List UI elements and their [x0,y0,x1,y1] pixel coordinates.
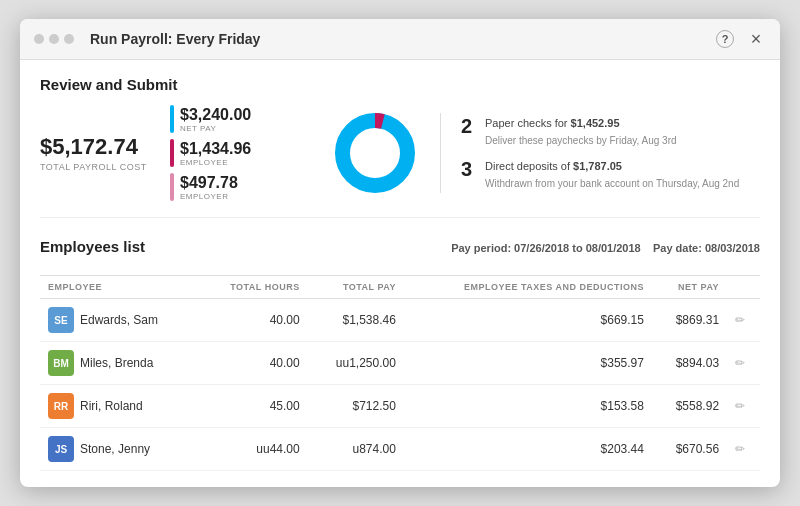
employee-pay-item: $1,434.96 EMPLOYEE [170,139,310,167]
employer-label: EMPLOYER [180,192,238,201]
window-title: Run Payroll: Every Friday [90,31,260,47]
col-net: NET PAY [652,276,727,299]
edit-icon-1[interactable]: ✏ [735,356,745,370]
svg-point-2 [353,131,398,176]
content-area: Review and Submit $5,172.74 TOTAL PAYROL… [20,60,780,487]
col-taxes: EMPLOYEE TAXES AND DEDUCTIONS [404,276,652,299]
table-header-row: EMPLOYEE TOTAL HOURS TOTAL PAY EMPLOYEE … [40,276,760,299]
employee-cell-3: JS Stone, Jenny [40,428,199,471]
table-row: JS Stone, Jenny uu44.00 u874.00 $203.44 … [40,428,760,471]
taxes-cell-0: $669.15 [404,299,652,342]
pay-cell-0: $1,538.46 [308,299,404,342]
edit-cell-0[interactable]: ✏ [727,299,760,342]
traffic-light-min [49,34,59,44]
pay-cell-1: uu1,250.00 [308,342,404,385]
employee-cell-2: RR Riri, Roland [40,385,199,428]
section-title-employees: Employees list [40,238,145,255]
avatar-2: RR [48,393,74,419]
help-button[interactable]: ? [716,30,734,48]
check-details-0: Paper checks for $1,452.95 Deliver these… [485,115,677,148]
employee-name-0: Edwards, Sam [80,313,158,327]
hours-cell-3: uu44.00 [199,428,307,471]
net-pay-item: $3,240.00 NET PAY [170,105,310,133]
total-cost-value: $5,172.74 [40,134,150,160]
table-row: BM Miles, Brenda 40.00 uu1,250.00 $355.9… [40,342,760,385]
avatar-3: JS [48,436,74,462]
employee-name-3: Stone, Jenny [80,442,150,456]
employees-table-wrap: EMPLOYEE TOTAL HOURS TOTAL PAY EMPLOYEE … [40,275,760,471]
pay-period-label: Pay period: [451,242,511,254]
net-pay-bar [170,105,174,133]
employee-value: $1,434.96 [180,140,251,158]
edit-icon-3[interactable]: ✏ [735,442,745,456]
section-title-review: Review and Submit [40,76,760,93]
main-window: Run Payroll: Every Friday ? × Review and… [20,19,780,487]
edit-cell-3[interactable]: ✏ [727,428,760,471]
taxes-cell-2: $153.58 [404,385,652,428]
net-pay-cell-1: $894.03 [652,342,727,385]
net-pay-cell-2: $558.92 [652,385,727,428]
net-pay-cell-3: $670.56 [652,428,727,471]
total-cost-block: $5,172.74 TOTAL PAYROLL COST [40,134,150,172]
check-sub-0: Deliver these paychecks by Friday, Aug 3… [485,135,677,146]
employer-pay-item: $497.78 EMPLOYER [170,173,310,201]
employees-table: EMPLOYEE TOTAL HOURS TOTAL PAY EMPLOYEE … [40,276,760,471]
employee-name-2: Riri, Roland [80,399,143,413]
traffic-lights [34,34,74,44]
check-amount-1: $1,787.05 [573,160,622,172]
net-pay-cell-0: $869.31 [652,299,727,342]
donut-chart [330,108,420,198]
pay-cell-2: $712.50 [308,385,404,428]
close-button[interactable]: × [746,29,766,49]
checks-section: 2 Paper checks for $1,452.95 Deliver the… [461,115,760,191]
title-bar: Run Payroll: Every Friday ? × [20,19,780,60]
edit-icon-2[interactable]: ✏ [735,399,745,413]
traffic-light-max [64,34,74,44]
table-row: SE Edwards, Sam 40.00 $1,538.46 $669.15 … [40,299,760,342]
total-cost-label: TOTAL PAYROLL COST [40,162,150,172]
hours-cell-1: 40.00 [199,342,307,385]
check-details-1: Direct deposits of $1,787.05 Withdrawn f… [485,158,739,191]
employees-section: Employees list Pay period: 07/26/2018 to… [40,238,760,471]
check-count-0: 2 [461,115,477,138]
pay-date-value: 08/03/2018 [705,242,760,254]
pay-period-value: 07/26/2018 to 08/01/2018 [514,242,641,254]
hours-cell-0: 40.00 [199,299,307,342]
edit-cell-1[interactable]: ✏ [727,342,760,385]
employer-value: $497.78 [180,174,238,192]
employee-bar [170,139,174,167]
col-employee: EMPLOYEE [40,276,199,299]
check-amount-0: $1,452.95 [571,117,620,129]
check-item-1: 3 Direct deposits of $1,787.05 Withdrawn… [461,158,760,191]
col-edit [727,276,760,299]
taxes-cell-1: $355.97 [404,342,652,385]
title-bar-left: Run Payroll: Every Friday [34,31,260,47]
pay-date-label: Pay date: [653,242,702,254]
net-pay-value: $3,240.00 [180,106,251,124]
edit-cell-2[interactable]: ✏ [727,385,760,428]
traffic-light-close [34,34,44,44]
col-hours: TOTAL HOURS [199,276,307,299]
taxes-cell-3: $203.44 [404,428,652,471]
avatar-1: BM [48,350,74,376]
title-bar-right: ? × [716,29,766,49]
summary-section: $5,172.74 TOTAL PAYROLL COST $3,240.00 N… [40,105,760,218]
check-sub-1: Withdrawn from your bank account on Thur… [485,178,739,189]
employees-header: Employees list Pay period: 07/26/2018 to… [40,238,760,267]
edit-icon-0[interactable]: ✏ [735,313,745,327]
hours-cell-2: 45.00 [199,385,307,428]
divider-vertical [440,113,441,193]
check-item-0: 2 Paper checks for $1,452.95 Deliver the… [461,115,760,148]
table-row: RR Riri, Roland 45.00 $712.50 $153.58 $5… [40,385,760,428]
check-count-1: 3 [461,158,477,181]
avatar-0: SE [48,307,74,333]
pay-breakdown: $3,240.00 NET PAY $1,434.96 EMPLOYEE [170,105,310,201]
employee-label: EMPLOYEE [180,158,251,167]
period-info: Pay period: 07/26/2018 to 08/01/2018 Pay… [451,242,760,254]
employee-name-1: Miles, Brenda [80,356,153,370]
employee-cell-0: SE Edwards, Sam [40,299,199,342]
pay-cell-3: u874.00 [308,428,404,471]
employee-cell-1: BM Miles, Brenda [40,342,199,385]
net-pay-label: NET PAY [180,124,251,133]
col-pay: TOTAL PAY [308,276,404,299]
